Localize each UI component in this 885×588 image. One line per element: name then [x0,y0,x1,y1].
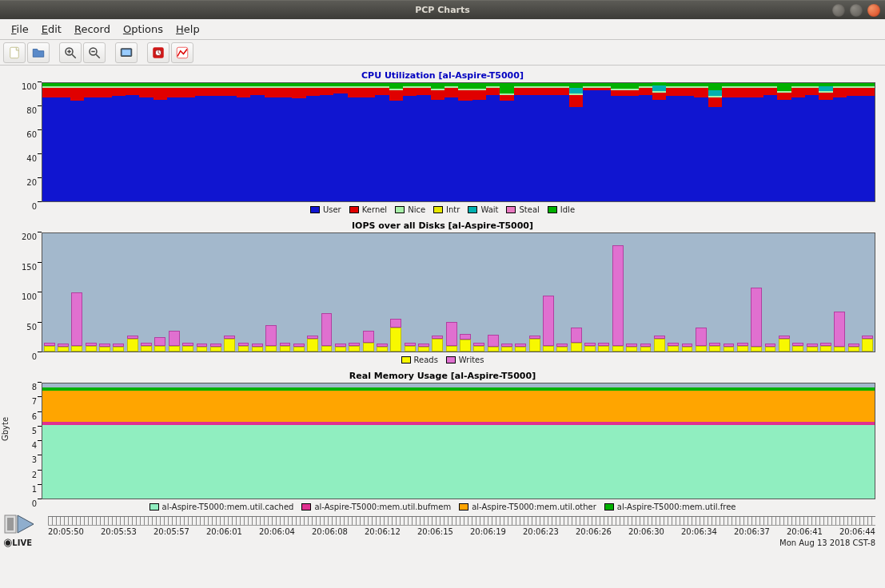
legend-item: Kernel [349,205,387,214]
time-date-label: Mon Aug 13 2018 CST-8 [779,538,875,547]
live-indicator[interactable]: ◉LIVE [3,512,35,548]
zoom-in-button[interactable] [59,42,82,63]
legend-item: Steal [506,205,539,214]
mem-canvas [42,383,875,499]
iops-canvas [42,232,875,352]
legend-item: Idle [548,205,575,214]
play-icon [3,512,35,536]
window-maximize-icon[interactable] [850,4,863,17]
window-titlebar: PCP Charts [0,0,885,19]
legend-item: Writes [446,356,484,364]
menu-file[interactable]: File [5,22,35,37]
legend-item: User [310,205,341,214]
cpu-chart-title: CPU Utilization [al-Aspire-T5000] [5,69,880,82]
iops-legend: ReadsWrites [5,352,880,368]
time-tick-labels: 20:05:5020:05:5320:05:5720:06:0120:06:04… [48,527,875,536]
svg-rect-9 [122,50,131,55]
legend-item: al-Aspire-T5000:mem.util.free [604,503,736,511]
mem-chart-title: Real Memory Usage [al-Aspire-T5000] [5,369,880,383]
legend-item: Intr [433,205,460,214]
mem-y-axis: Gbyte 012345678 [5,383,42,499]
zoom-out-button[interactable] [83,42,106,63]
iops-y-axis: 050100150200 [5,232,42,352]
export-image-button[interactable] [115,42,138,63]
menubar: File Edit Record Options Help [0,19,885,40]
menu-record[interactable]: Record [68,22,117,37]
toolbar [0,40,885,66]
legend-item: Nice [395,205,425,214]
mem-legend: al-Aspire-T5000:mem.util.cachedal-Aspire… [5,499,880,514]
time-ruler [48,516,875,526]
mem-chart: Real Memory Usage [al-Aspire-T5000] Gbyt… [5,369,880,514]
window-title: PCP Charts [0,5,885,15]
iops-chart: IOPS over all Disks [al-Aspire-T5000] 05… [5,219,880,368]
menu-options[interactable]: Options [117,22,169,37]
record-button[interactable] [147,42,169,63]
cpu-y-axis: 020406080100 [5,82,42,202]
svg-rect-16 [7,518,14,530]
legend-item: Wait [468,205,498,214]
legend-item: al-Aspire-T5000:mem.util.bufmem [301,503,451,511]
window-minimize-icon[interactable] [832,4,845,17]
legend-item: Reads [401,356,438,364]
legend-item: al-Aspire-T5000:mem.util.other [459,503,596,511]
time-axis: 20:05:5020:05:5320:05:5720:06:0120:06:04… [48,516,875,553]
window-close-icon[interactable] [867,4,880,17]
menu-edit[interactable]: Edit [35,22,68,37]
menu-help[interactable]: Help [169,22,206,37]
open-view-button[interactable] [27,42,50,63]
svg-marker-17 [18,515,34,533]
legend-item: al-Aspire-T5000:mem.util.cached [149,503,294,511]
content-area: CPU Utilization [al-Aspire-T5000] 020406… [0,66,885,553]
chart-settings-button[interactable] [171,42,193,63]
new-view-button[interactable] [3,42,26,63]
cpu-chart: CPU Utilization [al-Aspire-T5000] 020406… [5,69,880,217]
live-label: LIVE [12,538,32,547]
iops-chart-title: IOPS over all Disks [al-Aspire-T5000] [5,219,880,232]
svg-line-2 [72,54,76,58]
svg-line-6 [96,54,100,58]
cpu-legend: UserKernelNiceIntrWaitStealIdle [5,202,880,217]
cpu-canvas [42,82,875,202]
